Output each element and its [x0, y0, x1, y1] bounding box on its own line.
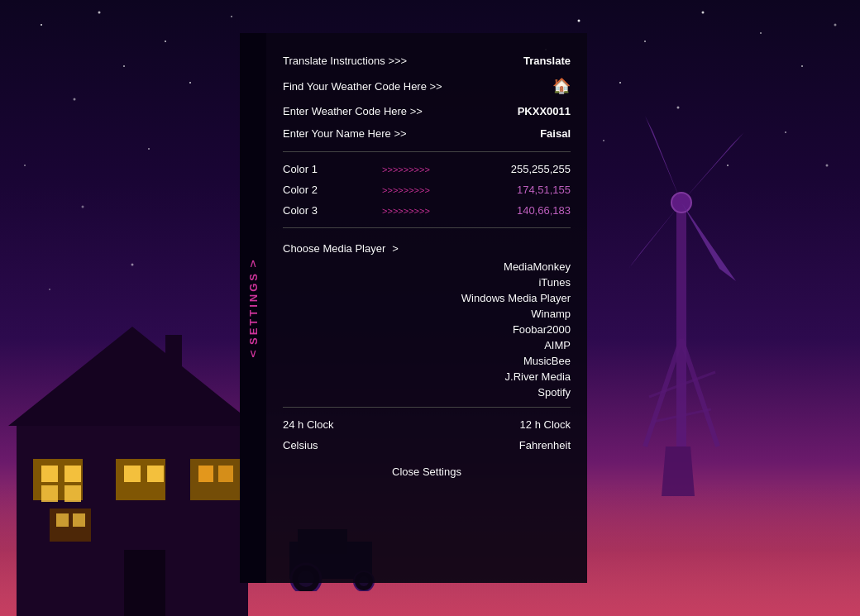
media-option-itunes[interactable]: iTunes	[538, 275, 571, 290]
color-2-row: Color 2 >>>>>>>>> 174,51,155	[283, 179, 571, 200]
color-3-label: Color 3	[283, 204, 332, 217]
name-row: Enter Your Name Here >> Faisal	[283, 122, 571, 145]
media-option-aimp[interactable]: AIMP	[544, 337, 571, 353]
settings-tab-label: SETTINGS	[247, 271, 260, 345]
media-option-foobar[interactable]: Foobar2000	[513, 322, 571, 337]
svg-point-9	[702, 12, 705, 14]
temperature-row: Celsius Fahrenheit	[283, 435, 571, 456]
svg-marker-30	[681, 203, 736, 281]
scroll-up-arrow[interactable]: ∧	[249, 256, 257, 270]
name-value[interactable]: Faisal	[540, 127, 571, 140]
svg-point-2	[165, 41, 166, 42]
divider-2	[283, 227, 571, 228]
weather-input-label: Enter Weather Code Here >>	[283, 105, 423, 117]
svg-point-6	[189, 82, 191, 84]
svg-rect-40	[64, 466, 81, 482]
svg-marker-37	[8, 327, 256, 426]
svg-point-7	[578, 20, 580, 22]
color-1-arrows[interactable]: >>>>>>>>>	[332, 165, 480, 174]
media-option-mediamonkey[interactable]: MediaMonkey	[504, 259, 571, 275]
svg-point-0	[41, 24, 42, 26]
svg-point-3	[231, 16, 232, 17]
svg-point-8	[644, 41, 646, 42]
color-2-arrows[interactable]: >>>>>>>>>	[332, 185, 480, 195]
color-1-row: Color 1 >>>>>>>>> 255,255,255	[283, 159, 571, 179]
media-option-jriver[interactable]: J.River Media	[505, 369, 571, 384]
color-2-label: Color 2	[283, 184, 332, 196]
clock-12h[interactable]: 12 h Clock	[520, 418, 571, 431]
windmill-decoration	[579, 50, 794, 513]
svg-point-10	[760, 32, 762, 34]
color-3-arrows[interactable]: >>>>>>>>>	[332, 206, 480, 216]
svg-point-11	[801, 65, 803, 67]
translate-label: Translate Instructions >>>	[283, 55, 407, 67]
svg-point-4	[123, 65, 125, 67]
temp-fahrenheit[interactable]: Fahrenheit	[519, 439, 571, 451]
media-option-spotify[interactable]: Spotify	[538, 384, 571, 400]
translate-row: Translate Instructions >>> Translate	[283, 50, 571, 72]
svg-line-33	[681, 339, 718, 446]
svg-rect-42	[64, 485, 81, 502]
svg-rect-51	[73, 513, 85, 527]
media-option-wmp[interactable]: Windows Media Player	[461, 290, 571, 306]
color-1-value: 255,255,255	[480, 163, 571, 175]
color-3-value: 140,66,183	[480, 204, 571, 217]
scroll-down-arrow[interactable]: ∨	[249, 346, 257, 360]
temp-celsius[interactable]: Celsius	[283, 439, 318, 451]
media-player-label: Choose Media Player	[283, 242, 385, 255]
svg-marker-26	[662, 446, 695, 496]
svg-rect-45	[147, 466, 164, 482]
home-icon[interactable]: 🏠	[552, 77, 571, 95]
svg-rect-52	[124, 550, 165, 616]
media-player-list: MediaMonkey iTunes Windows Media Player …	[283, 259, 571, 400]
svg-point-5	[74, 98, 76, 101]
svg-point-17	[148, 148, 150, 150]
settings-side-tab: ∧ SETTINGS ∨	[240, 33, 266, 583]
media-player-section: Choose Media Player > MediaMonkey iTunes…	[283, 238, 571, 400]
svg-point-12	[834, 24, 837, 26]
media-player-header: Choose Media Player >	[283, 238, 571, 259]
svg-rect-44	[124, 466, 141, 482]
svg-marker-29	[681, 132, 744, 203]
svg-point-16	[24, 165, 26, 166]
settings-content: Translate Instructions >>> Translate Fin…	[266, 33, 587, 583]
weather-find-label: Find Your Weather Code Here >>	[283, 80, 442, 93]
media-player-arrow[interactable]: >	[392, 242, 399, 255]
svg-rect-53	[165, 335, 182, 376]
svg-point-1	[98, 12, 101, 14]
weather-input-row: Enter Weather Code Here >> PKXX0011	[283, 100, 571, 122]
divider-1	[283, 151, 571, 152]
color-1-label: Color 1	[283, 163, 332, 175]
media-option-winamp[interactable]: Winamp	[531, 306, 571, 322]
svg-rect-39	[41, 466, 58, 482]
svg-rect-41	[41, 485, 58, 502]
weather-code-value[interactable]: PKXX0011	[518, 105, 571, 117]
clock-24h[interactable]: 24 h Clock	[283, 418, 333, 431]
svg-point-18	[82, 206, 84, 208]
divider-3	[283, 407, 571, 408]
svg-rect-47	[198, 466, 213, 482]
svg-rect-50	[56, 513, 69, 527]
svg-point-20	[826, 165, 829, 167]
svg-marker-31	[628, 203, 681, 269]
color-3-row: Color 3 >>>>>>>>> 140,66,183	[283, 200, 571, 221]
close-settings-button[interactable]: Close Settings	[283, 459, 571, 482]
color-2-value: 174,51,155	[480, 184, 571, 196]
settings-panel: ∧ SETTINGS ∨ Translate Instructions >>> …	[240, 33, 587, 583]
name-label: Enter Your Name Here >>	[283, 127, 407, 140]
svg-marker-28	[645, 116, 681, 203]
clock-row: 24 h Clock 12 h Clock	[283, 414, 571, 435]
media-option-musicbee[interactable]: MusicBee	[523, 353, 571, 369]
translate-value[interactable]: Translate	[523, 55, 571, 67]
weather-find-row: Find Your Weather Code Here >> 🏠	[283, 72, 571, 100]
svg-rect-48	[218, 466, 233, 482]
